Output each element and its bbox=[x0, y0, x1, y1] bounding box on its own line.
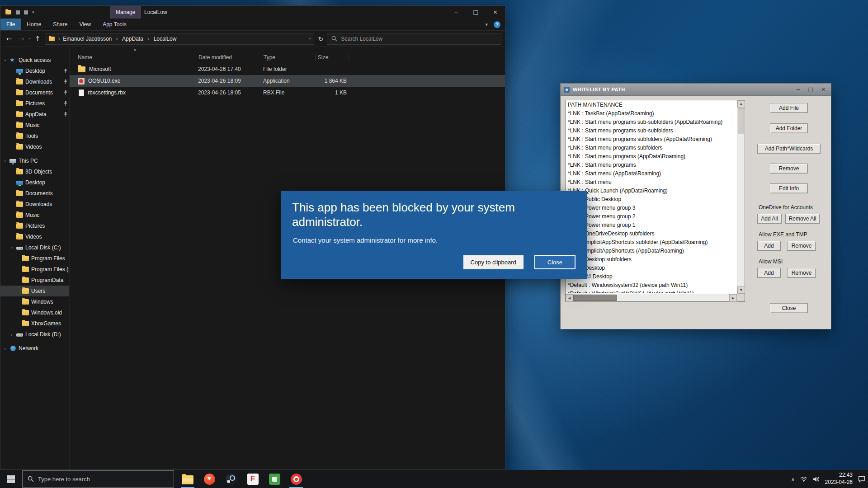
manage-tab[interactable]: Manage bbox=[110, 6, 141, 19]
qat-new-folder-icon[interactable] bbox=[24, 10, 28, 14]
whitelist-item[interactable]: *LNK : Start menu programs sub-subfolder… bbox=[566, 127, 736, 135]
sidebar-item-desktop[interactable]: Desktop bbox=[0, 66, 69, 76]
onedrive-add-all-button[interactable]: Add All bbox=[757, 214, 782, 224]
ribbon-tab-file[interactable]: File bbox=[0, 19, 21, 30]
column-header-size[interactable]: Size bbox=[315, 54, 349, 61]
breadcrumb-segment-locallow[interactable]: LocalLow bbox=[154, 36, 177, 42]
sidebar-item-programdata[interactable]: ProgramData bbox=[0, 275, 69, 286]
sidebar-item-videos[interactable]: Videos bbox=[0, 231, 69, 242]
breadcrumb-segment-appdata[interactable]: AppData bbox=[122, 36, 143, 42]
sidebar-item-downloads[interactable]: Downloads bbox=[0, 199, 69, 210]
address-bar[interactable]: › Emanuel Jacobsson›AppData›LocalLow › bbox=[45, 33, 314, 45]
start-button[interactable] bbox=[0, 470, 22, 488]
breadcrumb-segment-emanuel-jacobsson[interactable]: Emanuel Jacobsson bbox=[63, 36, 112, 42]
vertical-scrollbar[interactable]: ▲ ▼ bbox=[737, 100, 745, 294]
whitelist-item[interactable]: *LNK : Quick Launch (AppData\Roaming) bbox=[566, 187, 736, 195]
whitelist-item[interactable]: *LNK : Power menu group 3 bbox=[566, 204, 736, 212]
sidebar-item-quick-access[interactable]: ›★Quick access bbox=[0, 55, 69, 66]
ribbon-expand-icon[interactable]: ▾ bbox=[485, 22, 488, 28]
oosu10-taskbar-button[interactable] bbox=[285, 470, 307, 488]
file-explorer-taskbar-button[interactable] bbox=[177, 470, 198, 488]
sidebar-item-network[interactable]: ›Network bbox=[0, 343, 69, 354]
add-path-wildcards-button[interactable]: Add Path*Wildcards bbox=[757, 144, 821, 154]
sidebar-item-users[interactable]: Users bbox=[0, 286, 69, 296]
dialog-close-button[interactable]: Close bbox=[534, 255, 576, 269]
sidebar-item-tools[interactable]: Tools bbox=[0, 131, 69, 141]
vertical-scroll-thumb[interactable] bbox=[738, 108, 744, 134]
app-green-taskbar-button[interactable] bbox=[264, 470, 285, 488]
back-button[interactable]: ← bbox=[4, 35, 14, 43]
sidebar-item-3d-objects[interactable]: 3D Objects bbox=[0, 166, 69, 177]
brave-taskbar-button[interactable] bbox=[198, 470, 220, 488]
whitelist-item[interactable]: *LNK : Start menu programs bbox=[566, 161, 736, 169]
whitelist-maximize-button[interactable]: □ bbox=[808, 86, 813, 93]
whitelist-item[interactable]: *LNK : ImplicitAppShortcuts subfolder (A… bbox=[566, 238, 736, 247]
whitelist-item[interactable]: *LNK : Start menu programs subfolders (A… bbox=[566, 135, 736, 144]
sidebar-item-videos[interactable]: Videos bbox=[0, 141, 69, 152]
volume-icon[interactable] bbox=[813, 476, 820, 482]
minimize-button[interactable]: − bbox=[447, 6, 466, 19]
ribbon-tab-home[interactable]: Home bbox=[21, 19, 47, 30]
up-button[interactable]: ↑ bbox=[33, 35, 42, 43]
network-icon[interactable] bbox=[800, 476, 807, 482]
msi-remove-button[interactable]: Remove bbox=[787, 268, 816, 278]
column-header-name[interactable]: Name bbox=[76, 54, 196, 61]
app-f-taskbar-button[interactable]: F bbox=[242, 470, 264, 488]
steam-taskbar-button[interactable] bbox=[220, 470, 242, 488]
sidebar-item-windows-old[interactable]: Windows.old bbox=[0, 307, 69, 318]
whitelist-item[interactable]: *LNK : Public Desktop bbox=[566, 195, 736, 204]
sidebar-item-xboxgames[interactable]: XboxGames bbox=[0, 318, 69, 329]
whitelist-item[interactable]: *LNK : Desktop subfolders bbox=[566, 255, 736, 264]
ribbon-tab-share[interactable]: Share bbox=[47, 19, 73, 30]
sidebar-item-local-disk-c[interactable]: ›Local Disk (C:) bbox=[0, 242, 69, 253]
whitelist-item[interactable]: *LNK : ImplicitAppShortcuts (AppData\Roa… bbox=[566, 247, 736, 255]
whitelist-item[interactable]: *LNK : TaskBar (AppData\Roaming) bbox=[566, 109, 736, 118]
sidebar-item-this-pc[interactable]: ›This PC bbox=[0, 155, 69, 166]
exe-remove-button[interactable]: Remove bbox=[787, 241, 816, 251]
recent-locations-icon[interactable]: › bbox=[27, 38, 33, 39]
whitelist-item[interactable]: *Default : Windows\system32 (device path… bbox=[566, 281, 736, 290]
scroll-left-icon[interactable]: ◀ bbox=[566, 294, 573, 302]
scroll-down-icon[interactable]: ▼ bbox=[737, 286, 745, 294]
whitelist-minimize-button[interactable]: − bbox=[796, 86, 801, 93]
action-center-icon[interactable] bbox=[858, 476, 865, 483]
chevron-down-icon[interactable]: › bbox=[3, 58, 8, 62]
whitelist-item[interactable]: *LNK : Start menu programs subfolders bbox=[566, 144, 736, 152]
qat-properties-icon[interactable] bbox=[16, 10, 20, 14]
sidebar-item-desktop[interactable]: Desktop bbox=[0, 177, 69, 188]
address-dropdown-icon[interactable]: › bbox=[307, 38, 313, 39]
add-file-button[interactable]: Add File bbox=[770, 103, 808, 113]
whitelist-close-button[interactable]: × bbox=[821, 86, 826, 93]
ribbon-tab-view[interactable]: View bbox=[73, 19, 97, 30]
horizontal-scrollbar[interactable]: ◀ ▶ bbox=[566, 294, 737, 301]
exe-add-button[interactable]: Add bbox=[757, 241, 781, 251]
column-header-date-modified[interactable]: Date modified bbox=[196, 54, 261, 61]
sidebar-item-program-files[interactable]: Program Files bbox=[0, 253, 69, 264]
copy-to-clipboard-button[interactable]: Copy to clipboard bbox=[463, 255, 524, 269]
breadcrumb-chevron[interactable]: › bbox=[147, 36, 150, 42]
tray-overflow-icon[interactable]: ∧ bbox=[791, 477, 794, 482]
chevron-down-icon[interactable]: › bbox=[9, 245, 14, 250]
sidebar-item-local-disk-d[interactable]: ›Local Disk (D:) bbox=[0, 329, 69, 340]
whitelist-item[interactable]: *LNK : Start menu programs sub-subfolder… bbox=[566, 118, 736, 127]
whitelist-item[interactable]: *LNK : ## Desktop bbox=[566, 272, 736, 281]
chevron-down-icon[interactable]: › bbox=[3, 159, 8, 163]
sidebar-item-program-files-x86[interactable]: Program Files (x86) bbox=[0, 264, 69, 275]
sidebar-item-documents[interactable]: Documents bbox=[0, 188, 69, 199]
sidebar-item-pictures[interactable]: Pictures bbox=[0, 221, 69, 231]
ribbon-tab-app-tools[interactable]: App Tools bbox=[97, 19, 132, 30]
file-row-oosu10-exe[interactable]: OOSU10.exe2023-04-26 18:09Application1 8… bbox=[70, 75, 505, 87]
onedrive-remove-all-button[interactable]: Remove All bbox=[785, 214, 820, 224]
add-folder-button[interactable]: Add Folder bbox=[770, 123, 808, 133]
breadcrumb-chevron[interactable]: › bbox=[58, 36, 60, 42]
file-row-microsoft[interactable]: Microsoft2023-04-26 17:40File folder bbox=[70, 63, 505, 75]
help-icon[interactable]: ? bbox=[494, 21, 500, 28]
sidebar-item-pictures[interactable]: Pictures bbox=[0, 98, 69, 109]
chevron-right-icon[interactable]: › bbox=[3, 346, 7, 351]
whitelist-item[interactable]: *LNK : Start menu (AppData\Roaming) bbox=[566, 169, 736, 178]
sidebar-item-music[interactable]: Music bbox=[0, 210, 69, 221]
taskbar-search[interactable]: Type here to search bbox=[22, 470, 174, 488]
sidebar-item-music[interactable]: Music bbox=[0, 120, 69, 131]
maximize-button[interactable]: □ bbox=[466, 6, 486, 19]
msi-add-button[interactable]: Add bbox=[757, 268, 781, 278]
